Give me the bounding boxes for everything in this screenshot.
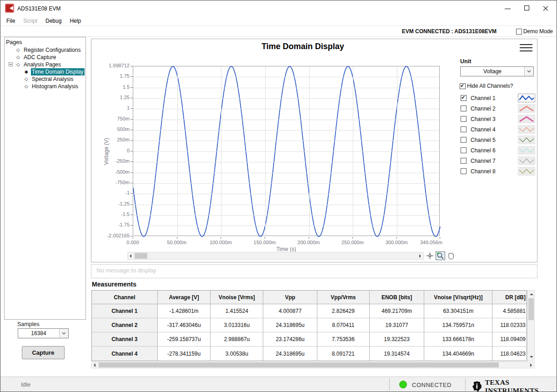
- scroll-right-arrow[interactable]: [416, 252, 423, 259]
- sidebar-item-adc-capture[interactable]: ◇ADC Capture: [5, 54, 85, 61]
- maximize-button[interactable]: [517, 0, 537, 15]
- y-tick-mark: [130, 108, 133, 109]
- channel-5-line-style-icon: [518, 136, 535, 144]
- column-header-enob-bits: ENOB [bits]: [370, 291, 425, 304]
- y-tick-label: -1.75: [97, 222, 130, 227]
- column-header-dr-db: DR [dB]: [492, 291, 527, 304]
- v-gridline: [177, 66, 178, 236]
- v-gridline: [309, 66, 310, 236]
- channel-3-checkbox[interactable]: [461, 116, 467, 122]
- chart-scrollbar-thumb[interactable]: [135, 253, 147, 259]
- sidebar-item-histogram-analysis[interactable]: ◇Histogram Analysis: [5, 83, 85, 90]
- diamond-open-icon: ◇: [25, 83, 28, 90]
- pan-tool-icon[interactable]: [446, 251, 456, 260]
- table-horizontal-scrollbar[interactable]: [91, 362, 535, 368]
- minimize-button[interactable]: [497, 0, 518, 15]
- x-tick-label: 349.056m: [420, 240, 442, 245]
- sidebar-item-time-domain-display[interactable]: ◆Time Domain Display: [5, 68, 85, 75]
- x-tick-label: 0.000: [126, 240, 139, 245]
- menu-item-script: Script: [19, 17, 41, 25]
- unit-dropdown[interactable]: Voltage: [460, 66, 534, 76]
- statusbar-separator: [389, 378, 390, 391]
- channel-4-checkbox[interactable]: [461, 126, 467, 132]
- table-scroll-down-arrow[interactable]: [528, 353, 535, 360]
- value-cell: 24.318695u: [263, 318, 317, 332]
- h-gridline: [133, 226, 440, 226]
- window-title: ADS131E08 EVM: [17, 5, 60, 12]
- y-tick-label: 1: [97, 105, 130, 111]
- sidebar-item-spectral-analysis[interactable]: ◇Spectral Analysis: [5, 75, 85, 83]
- tree-item-label: Analysis Pages: [23, 61, 62, 68]
- samples-dropdown-button[interactable]: [59, 329, 68, 338]
- table-scroll-up-arrow[interactable]: [528, 291, 535, 298]
- title-bar: ADS131E08 EVM: [0, 0, 557, 16]
- tree-collapse-icon[interactable]: [9, 62, 13, 66]
- menu-item-help[interactable]: Help: [65, 17, 85, 25]
- x-tick-mark: [440, 237, 440, 239]
- plot-area[interactable]: [133, 66, 440, 236]
- value-cell: 24.318695u: [263, 347, 317, 361]
- channel-6-line-style-icon: [518, 146, 535, 155]
- tree-item-label: Spectral Analysis: [31, 75, 74, 83]
- zoom-tool-icon[interactable]: [436, 251, 445, 260]
- y-tick-label: 1.25: [97, 95, 130, 100]
- legend-row-channel-3: Channel 3: [460, 114, 535, 124]
- value-cell: 8.091721: [317, 347, 370, 361]
- value-cell: 19.314574: [370, 347, 425, 361]
- brand-name: TEXAS INSTRUMENTS: [485, 378, 557, 392]
- value-cell: 2.826429: [317, 304, 370, 318]
- channel-label: Channel 8: [471, 168, 518, 175]
- value-cell: 1.415524: [211, 304, 263, 318]
- y-tick-mark: [130, 119, 133, 120]
- channel-2-checkbox[interactable]: [461, 106, 467, 111]
- scroll-left-arrow[interactable]: [128, 252, 135, 259]
- pages-tree: ◇Register Configurations◇ADC Capture◇Ana…: [5, 46, 85, 90]
- value-cell: 7.753536: [317, 332, 370, 347]
- table-vscroll-thumb[interactable]: [528, 298, 534, 320]
- value-cell: 133.666178n: [424, 332, 492, 347]
- x-tick-mark: [352, 237, 353, 239]
- h-gridline: [133, 109, 440, 109]
- value-cell: 118.02333: [492, 318, 527, 332]
- h-gridline: [133, 215, 440, 216]
- diamond-open-icon: ◇: [16, 54, 20, 61]
- channel-8-checkbox[interactable]: [461, 168, 467, 174]
- unit-dropdown-button[interactable]: [524, 67, 533, 76]
- sidebar-item-analysis-pages[interactable]: ◇Analysis Pages: [5, 61, 85, 68]
- chart-horizontal-scrollbar[interactable]: [127, 252, 424, 260]
- x-tick-mark: [133, 237, 133, 239]
- x-axis-title: Time (s): [133, 246, 440, 252]
- h-gridline: [133, 151, 440, 152]
- channel-1-checkbox[interactable]: [461, 95, 467, 101]
- pages-tree-title: Pages: [5, 37, 85, 46]
- table-scroll-left-arrow[interactable]: [92, 362, 99, 368]
- samples-value: 16384: [18, 330, 59, 337]
- capture-button[interactable]: Capture: [22, 346, 65, 359]
- column-header-channel: Channel: [92, 291, 158, 304]
- close-button[interactable]: [535, 0, 556, 15]
- channel-6-checkbox[interactable]: [461, 147, 467, 153]
- menu-bar: FileScriptDebugHelp: [0, 16, 557, 26]
- hide-all-channels-checkbox[interactable]: [460, 83, 466, 89]
- h-gridline: [133, 130, 440, 131]
- value-cell: 19.31077: [370, 318, 425, 332]
- channel-5-checkbox[interactable]: [461, 137, 467, 143]
- chart-menu-icon[interactable]: [520, 44, 532, 52]
- menu-item-debug[interactable]: Debug: [41, 17, 65, 25]
- samples-dropdown[interactable]: 16384: [18, 328, 69, 338]
- table-scroll-right-arrow[interactable]: [527, 362, 534, 368]
- table-hscroll-thumb[interactable]: [99, 362, 499, 367]
- cursor-tool-icon[interactable]: [425, 251, 435, 260]
- value-cell: 3.013316u: [211, 318, 263, 332]
- menu-item-file[interactable]: File: [2, 17, 19, 25]
- demo-mode-checkbox[interactable]: [516, 29, 522, 35]
- sidebar-item-register-configurations[interactable]: ◇Register Configurations: [5, 46, 85, 54]
- hide-all-channels-label: Hide All Channels?: [467, 83, 513, 89]
- value-cell: 63.304151m: [424, 304, 492, 318]
- column-header-vpp-vrms: Vpp/Vrms: [317, 291, 370, 304]
- table-vertical-scrollbar[interactable]: [527, 290, 535, 361]
- channel-1-line-style-icon: [518, 94, 535, 102]
- v-gridline: [353, 66, 353, 236]
- h-gridline: [133, 88, 440, 88]
- channel-7-checkbox[interactable]: [461, 158, 467, 164]
